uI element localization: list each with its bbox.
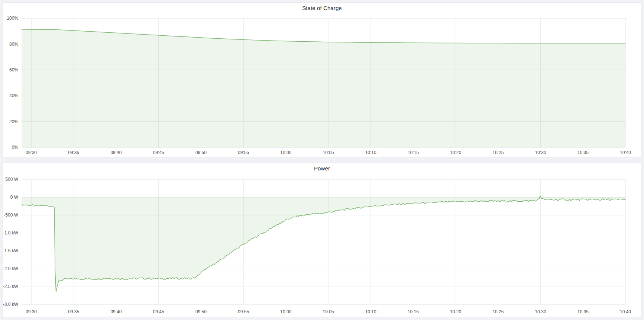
x-tick-label: 09:35	[68, 150, 79, 155]
x-tick-label: 10:20	[450, 150, 461, 155]
x-tick-label: 09:55	[238, 150, 249, 155]
power-chart[interactable]: 500 W0 W-500 W-1.0 kW-1.5 kW-2.0 kW-2.5 …	[3, 163, 641, 317]
x-tick-label: 10:25	[492, 150, 504, 155]
x-tick-label: 09:45	[153, 309, 164, 314]
x-tick-label: 10:20	[450, 309, 461, 314]
x-tick-label: 09:30	[26, 150, 37, 155]
x-tick-label: 10:35	[577, 309, 589, 314]
panel-power: Power 500 W0 W-500 W-1.0 kW-1.5 kW-2.0 k…	[3, 163, 641, 317]
y-tick-label: 20%	[9, 119, 18, 124]
x-tick-label: 09:40	[110, 150, 122, 155]
panel-state-of-charge: State of Charge 100%80%60%40%20%0%09:300…	[3, 2, 641, 157]
x-tick-label: 10:30	[535, 150, 546, 155]
y-tick-label: 40%	[9, 93, 18, 98]
y-tick-label: -1.5 kW	[3, 248, 19, 253]
x-tick-label: 09:50	[195, 150, 207, 155]
y-tick-label: 80%	[9, 42, 18, 47]
series-fill	[22, 196, 625, 292]
y-tick-label: -1.0 kW	[3, 230, 19, 236]
y-tick-label: -2.0 kW	[3, 266, 19, 271]
y-axis-labels: 500 W0 W-500 W-1.0 kW-1.5 kW-2.0 kW-2.5 …	[3, 177, 19, 307]
x-tick-label: 10:10	[365, 150, 376, 155]
y-tick-label: 100%	[7, 16, 18, 21]
state-of-charge-chart[interactable]: 100%80%60%40%20%0%09:3009:3509:4009:4509…	[3, 3, 641, 157]
x-tick-label: 10:05	[323, 309, 334, 314]
y-axis-labels: 100%80%60%40%20%0%	[7, 16, 18, 150]
x-axis-labels: 09:3009:3509:4009:4509:5009:5510:0010:05…	[26, 150, 631, 155]
x-tick-label: 09:50	[195, 309, 207, 314]
x-tick-label: 10:25	[492, 309, 504, 314]
x-tick-label: 09:55	[238, 309, 249, 314]
x-tick-label: 10:05	[323, 150, 334, 155]
x-tick-label: 10:40	[620, 309, 631, 314]
y-tick-label: 60%	[9, 67, 18, 73]
x-tick-label: 09:40	[110, 309, 122, 314]
series-fill	[22, 29, 625, 147]
x-tick-label: 09:30	[26, 309, 37, 314]
x-tick-label: 09:35	[68, 309, 79, 314]
y-tick-label: 0%	[12, 145, 19, 150]
y-tick-label: 0 W	[10, 195, 19, 200]
x-tick-label: 10:15	[408, 150, 419, 155]
x-axis-labels: 09:3009:3509:4009:4509:5009:5510:0010:05…	[26, 309, 631, 314]
y-tick-label: -3.0 kW	[3, 302, 19, 307]
y-tick-label: 500 W	[5, 177, 18, 182]
y-tick-label: -2.5 kW	[3, 284, 19, 289]
x-tick-label: 10:00	[280, 309, 291, 314]
x-tick-label: 10:15	[408, 309, 419, 314]
x-tick-label: 10:30	[535, 309, 546, 314]
x-tick-label: 10:40	[620, 150, 631, 155]
x-tick-label: 09:45	[153, 150, 164, 155]
x-tick-label: 10:00	[280, 150, 291, 155]
x-tick-label: 10:35	[577, 150, 589, 155]
y-tick-label: -500 W	[4, 212, 18, 218]
x-tick-label: 10:10	[365, 309, 376, 314]
